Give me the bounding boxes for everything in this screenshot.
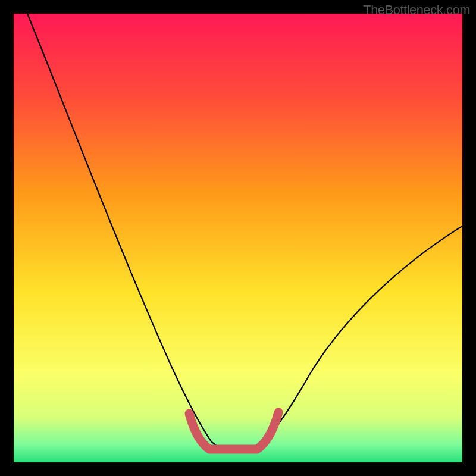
- watermark-text: TheBottleneck.com: [363, 2, 470, 18]
- plot-background: [14, 14, 462, 462]
- bottleneck-chart: [0, 0, 476, 476]
